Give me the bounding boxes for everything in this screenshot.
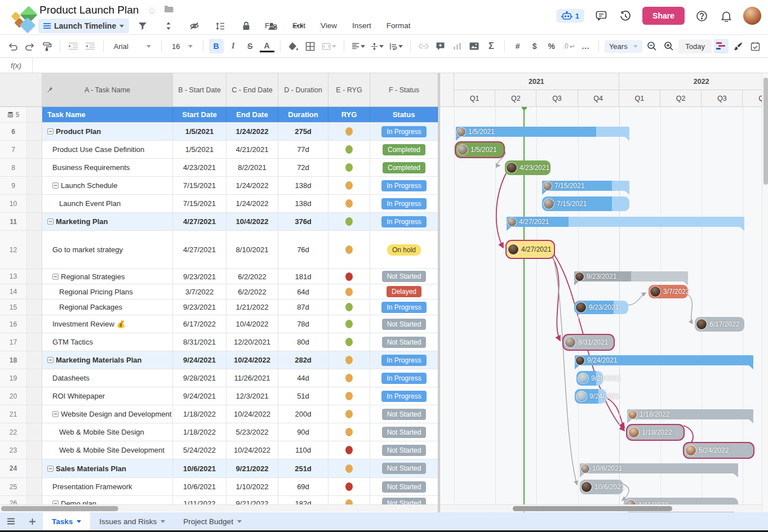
- menu-insert[interactable]: Insert: [352, 19, 371, 33]
- text-color-button[interactable]: A: [260, 40, 274, 52]
- status-cell[interactable]: In Progress: [370, 351, 438, 369]
- duration-cell[interactable]: 181d: [278, 269, 328, 284]
- end-date-cell[interactable]: End Date: [227, 107, 278, 122]
- menu-format[interactable]: Format: [387, 19, 411, 33]
- gantt-bar-row-6[interactable]: 1/5/2021: [456, 127, 629, 137]
- end-date-cell[interactable]: 1/21/2022: [227, 299, 278, 315]
- gantt-bar-row-16[interactable]: 6/17/2022: [695, 317, 744, 332]
- collapse-toggle[interactable]: [52, 274, 59, 280]
- menu-view[interactable]: View: [321, 19, 337, 33]
- help-icon[interactable]: [694, 8, 709, 23]
- add-sheet-button[interactable]: [21, 512, 43, 530]
- status-cell[interactable]: In Progress: [370, 387, 438, 405]
- start-date-cell[interactable]: 7/15/2021: [173, 177, 227, 194]
- column-header-b[interactable]: B - Start Date: [173, 73, 227, 106]
- row-number[interactable]: 24: [0, 459, 27, 477]
- chart-icon[interactable]: [450, 39, 465, 53]
- menu-edit[interactable]: Edit: [292, 19, 305, 33]
- task-name-cell[interactable]: Datasheets: [42, 369, 173, 387]
- end-date-cell[interactable]: 8/10/2021: [227, 231, 278, 269]
- status-cell[interactable]: In Progress: [370, 213, 438, 230]
- paint-format-icon[interactable]: [39, 39, 54, 53]
- history-icon[interactable]: [618, 8, 633, 23]
- collapse-toggle[interactable]: [47, 218, 54, 225]
- select-all-corner[interactable]: [0, 73, 42, 106]
- end-date-cell[interactable]: 10/24/2022: [227, 405, 278, 423]
- start-date-cell[interactable]: 1/18/2022: [173, 423, 227, 441]
- row-number[interactable]: 25: [0, 478, 27, 495]
- ryg-cell[interactable]: [328, 195, 370, 212]
- ryg-cell[interactable]: [328, 123, 370, 140]
- add-comment-icon[interactable]: [433, 39, 448, 53]
- task-name-cell[interactable]: Presentation Framework: [42, 478, 173, 495]
- share-button[interactable]: Share: [642, 7, 685, 25]
- task-name-cell[interactable]: Website Design and Development: [42, 405, 173, 423]
- status-cell[interactable]: In Progress: [370, 123, 438, 140]
- task-name-cell[interactable]: Regional Strategies: [42, 269, 173, 284]
- collapse-toggle[interactable]: [47, 466, 54, 472]
- user-avatar[interactable]: [743, 7, 761, 25]
- start-date-cell[interactable]: 6/17/2022: [173, 315, 227, 333]
- wrap-text-button[interactable]: [388, 39, 405, 53]
- row-number[interactable]: 7: [0, 141, 27, 158]
- duration-cell[interactable]: 200d: [278, 405, 328, 423]
- bold-button[interactable]: B: [209, 39, 224, 53]
- number-format-button[interactable]: #: [510, 39, 525, 53]
- borders-icon[interactable]: [303, 39, 318, 53]
- view-switcher[interactable]: Launch Timeline: [38, 19, 129, 33]
- row-number[interactable]: 14: [0, 284, 27, 299]
- status-cell[interactable]: Not Started: [370, 441, 438, 459]
- currency-format-button[interactable]: $: [527, 39, 542, 53]
- column-header-e[interactable]: E - RYG: [328, 73, 370, 106]
- start-date-cell[interactable]: 5/24/2022: [173, 441, 227, 459]
- ryg-cell[interactable]: [328, 423, 370, 441]
- gantt-bar-row-15[interactable]: 9/23/2021: [574, 301, 628, 314]
- gantt-bar-row-7[interactable]: 1/5/2021: [456, 142, 504, 157]
- calendar-check-icon[interactable]: [748, 39, 762, 53]
- today-button[interactable]: Today: [678, 39, 712, 53]
- font-family-select[interactable]: Arial: [109, 40, 156, 53]
- format-brush-icon[interactable]: [731, 39, 745, 53]
- task-name-cell[interactable]: Web & Mobile Site Development: [42, 441, 173, 459]
- ryg-cell[interactable]: [328, 231, 370, 269]
- start-date-cell[interactable]: 9/24/2021: [173, 387, 227, 405]
- task-name-cell[interactable]: Marketing Plan: [42, 213, 173, 230]
- row-number[interactable]: 20: [0, 387, 27, 405]
- lock-icon[interactable]: [239, 19, 254, 33]
- row-number[interactable]: 5: [0, 107, 27, 122]
- task-name-cell[interactable]: Product Use Case Definition: [42, 141, 173, 158]
- duration-cell[interactable]: 251d: [278, 459, 328, 477]
- start-date-cell[interactable]: 1/5/2021: [173, 141, 227, 158]
- duration-cell[interactable]: 69d: [278, 478, 328, 495]
- outdent-button[interactable]: [83, 39, 97, 53]
- status-cell[interactable]: In Progress: [370, 299, 438, 315]
- status-cell[interactable]: In Progress: [370, 195, 438, 212]
- start-date-cell[interactable]: 9/23/2021: [173, 299, 227, 315]
- end-date-cell[interactable]: 1/24/2022: [227, 123, 278, 140]
- duration-cell[interactable]: 64d: [278, 284, 328, 299]
- task-name-cell[interactable]: Marketing Materials Plan: [42, 351, 173, 369]
- status-cell[interactable]: Completed: [370, 141, 438, 158]
- duration-cell[interactable]: 282d: [278, 351, 328, 369]
- formula-input[interactable]: [33, 58, 768, 73]
- ryg-cell[interactable]: [328, 351, 370, 369]
- gantt-view-toggle[interactable]: [714, 39, 729, 53]
- ryg-cell[interactable]: [328, 387, 370, 405]
- start-date-cell[interactable]: 9/28/2021: [173, 369, 227, 387]
- status-cell[interactable]: Not Started: [370, 423, 438, 441]
- start-date-cell[interactable]: 1/18/2022: [173, 405, 227, 423]
- end-date-cell[interactable]: 12/20/2021: [227, 333, 278, 351]
- gantt-bar-row-14[interactable]: 3/7/2022: [649, 285, 688, 298]
- task-name-cell[interactable]: Web & Mobile Site Design: [42, 423, 173, 441]
- gantt-bar-row-18[interactable]: 9/24/2021: [575, 355, 753, 365]
- image-icon[interactable]: [467, 39, 482, 53]
- notifications-bell-icon[interactable]: [719, 8, 734, 23]
- ryg-cell[interactable]: [328, 269, 370, 284]
- ryg-cell[interactable]: [328, 299, 370, 315]
- horizontal-align-button[interactable]: [350, 39, 367, 53]
- status-cell[interactable]: Status: [370, 107, 438, 122]
- gantt-bar-row-19[interactable]: 9/28/2021: [576, 371, 603, 386]
- status-cell[interactable]: Not Started: [370, 333, 438, 351]
- more-tools-button[interactable]: …: [578, 39, 593, 53]
- gantt-bar-row-11[interactable]: 4/27/2021: [507, 217, 744, 227]
